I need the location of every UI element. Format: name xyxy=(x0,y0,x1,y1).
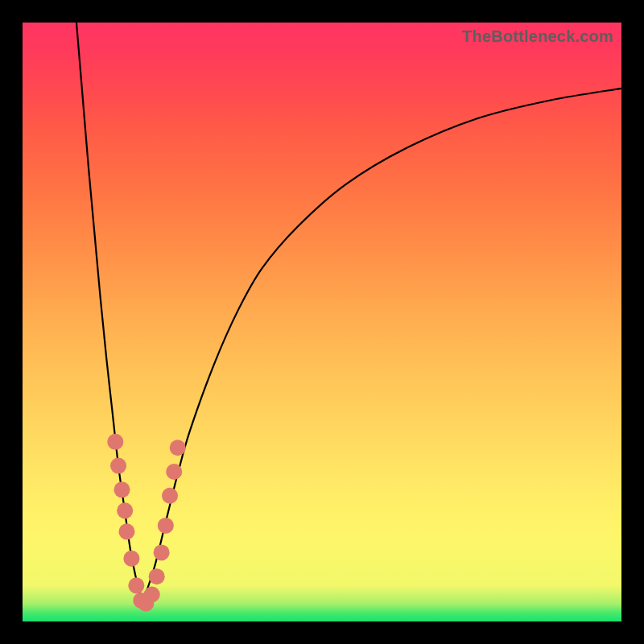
bead-point xyxy=(123,551,139,567)
bead-point xyxy=(162,488,178,504)
beads-group xyxy=(107,434,185,612)
chart-frame: TheBottleneck.com xyxy=(0,0,644,644)
bead-point xyxy=(114,481,130,497)
bead-point xyxy=(117,502,133,518)
bead-point xyxy=(110,458,126,474)
bead-point xyxy=(128,577,144,593)
bead-point xyxy=(149,568,165,584)
bead-point xyxy=(154,544,170,560)
bead-point xyxy=(107,434,123,450)
bead-point xyxy=(144,586,160,602)
bead-point xyxy=(166,464,182,480)
bead-point xyxy=(118,523,134,539)
bead-point xyxy=(170,440,186,456)
curve-left-arm xyxy=(76,23,142,604)
chart-svg xyxy=(23,23,621,621)
plot-area: TheBottleneck.com xyxy=(23,23,621,621)
bead-point xyxy=(158,518,174,534)
curve-right-arm xyxy=(142,89,621,604)
